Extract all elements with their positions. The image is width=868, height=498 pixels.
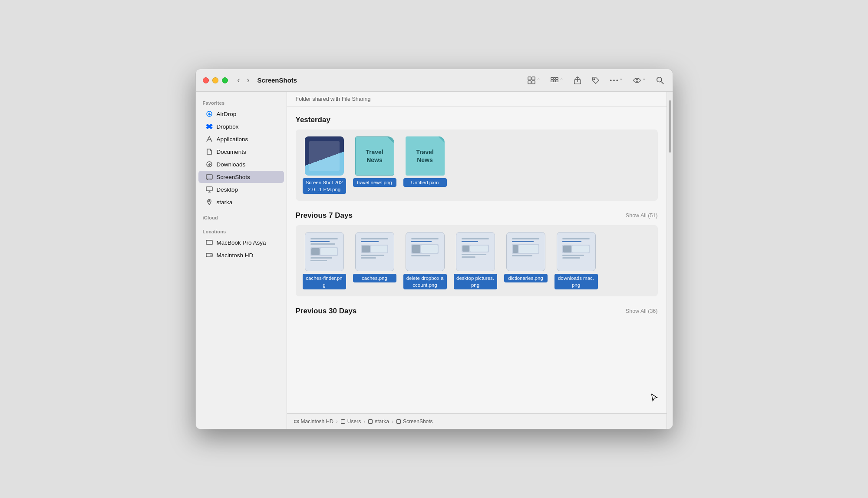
file-area-wrapper: Folder shared with File Sharing Yesterda…	[287, 92, 673, 429]
minimize-button[interactable]	[212, 77, 218, 83]
prev7-title: Previous 7 Days	[296, 211, 353, 220]
file-name-dictionaries: dictionaries.png	[504, 274, 548, 282]
titlebar: ‹ › ScreenShots ⌃	[196, 69, 673, 92]
breadcrumb-starka-icon	[368, 419, 373, 424]
scrollbar-area[interactable]	[667, 92, 673, 429]
file-thumb-screenshot1	[305, 136, 344, 176]
starka-icon	[205, 198, 213, 206]
back-button[interactable]: ‹	[235, 75, 243, 86]
more-button[interactable]: ⌃	[608, 75, 624, 86]
file-item-caches[interactable]: caches.png	[353, 232, 396, 289]
file-name-desktop-pictures: desktop pictures.png	[454, 274, 497, 289]
breadcrumb-hd-label: Macintosh HD	[301, 418, 333, 425]
desktop-label: Desktop	[217, 186, 238, 193]
breadcrumb-sep-1: ›	[336, 418, 338, 425]
breadcrumb-sep-3: ›	[392, 418, 393, 425]
file-item-travelnews1[interactable]: TravelNews travel news.png	[353, 136, 396, 194]
sidebar-item-starka[interactable]: starka	[198, 196, 284, 208]
nav-buttons: ‹ ›	[235, 75, 252, 86]
applications-label: Applications	[217, 136, 248, 143]
svg-point-28	[297, 421, 298, 422]
share-button[interactable]	[572, 75, 583, 86]
window-title: ScreenShots	[257, 76, 526, 84]
yesterday-section-header: Yesterday	[296, 116, 658, 124]
breadcrumb-starka[interactable]: starka	[368, 418, 389, 425]
more-chevron: ⌃	[619, 78, 623, 83]
airdrop-label: AirDrop	[217, 111, 237, 117]
screenshots-icon	[205, 173, 213, 181]
file-item-delete-dropbox[interactable]: delete dropbox account.png	[403, 232, 447, 289]
svg-rect-9	[556, 80, 558, 82]
search-button[interactable]	[654, 75, 666, 86]
file-name-caches-finder: caches-finder.png	[303, 274, 346, 289]
breadcrumb-bar: Macintosh HD › Users › starka	[287, 413, 667, 429]
sidebar-item-documents[interactable]: Documents	[198, 146, 284, 158]
file-item-dictionaries[interactable]: dictionaries.png	[504, 232, 548, 289]
sidebar-item-screenshots[interactable]: ScreenShots	[198, 171, 284, 183]
svg-point-26	[210, 255, 211, 256]
tag-button[interactable]	[590, 75, 601, 86]
sidebar: Favorites AirDrop Dropb	[196, 92, 287, 429]
svg-rect-4	[551, 77, 553, 79]
svg-point-12	[610, 80, 612, 81]
sidebar-item-dropbox[interactable]: Dropbox	[198, 120, 284, 133]
view-group-button[interactable]: ⌃	[549, 75, 565, 86]
prev30-title: Previous 30 Days	[296, 307, 357, 315]
yesterday-title: Yesterday	[296, 116, 330, 124]
svg-point-16	[657, 77, 661, 82]
file-item-travelnews2[interactable]: TravelNews Untitled.pxm	[403, 136, 447, 194]
sidebar-item-airdrop[interactable]: AirDrop	[198, 108, 284, 120]
breadcrumb-hd-icon	[294, 419, 299, 424]
traffic-lights	[203, 77, 228, 83]
main-content: Favorites AirDrop Dropb	[196, 92, 673, 429]
file-area: Folder shared with File Sharing Yesterda…	[287, 92, 667, 429]
breadcrumb-screenshots-label: ScreenShots	[403, 418, 433, 425]
svg-line-17	[661, 81, 663, 83]
svg-rect-7	[551, 80, 553, 82]
scrollbar-thumb[interactable]	[669, 100, 671, 153]
file-thumb-desktop-pictures	[456, 232, 495, 271]
sidebar-item-downloads[interactable]: Downloads	[198, 158, 284, 170]
file-item-screenshot1[interactable]: Screen Shot 2022-0...1 PM.png	[303, 136, 346, 194]
screenshots-label: ScreenShots	[217, 174, 250, 180]
file-thumb-caches-finder	[305, 232, 344, 271]
close-button[interactable]	[203, 77, 209, 83]
svg-point-19	[208, 114, 210, 116]
note-text-travelnews1: TravelNews	[366, 148, 383, 164]
macbook-label: MacBook Pro Asya	[217, 239, 266, 246]
downloads-label: Downloads	[217, 161, 246, 168]
sidebar-item-applications[interactable]: Applications	[198, 133, 284, 145]
macbook-icon	[205, 239, 213, 246]
eye-button[interactable]: ⌃	[631, 75, 647, 86]
maximize-button[interactable]	[222, 77, 228, 83]
view-group-chevron: ⌃	[560, 78, 563, 83]
svg-point-23	[208, 201, 210, 202]
svg-rect-5	[553, 77, 555, 79]
sidebar-item-macbook[interactable]: MacBook Pro Asya	[198, 236, 284, 249]
prev7-section-header: Previous 7 Days Show All (51)	[296, 211, 658, 220]
file-thumb-dictionaries	[506, 232, 545, 271]
yesterday-grid: Screen Shot 2022-0...1 PM.png TravelNews…	[296, 129, 658, 201]
breadcrumb-users[interactable]: Users	[340, 418, 361, 425]
desktop-icon	[205, 186, 213, 193]
view-icon-grid-button[interactable]: ⌃	[526, 75, 542, 86]
breadcrumb-starka-label: starka	[375, 418, 389, 425]
file-item-caches-finder[interactable]: caches-finder.png	[303, 232, 346, 289]
eye-chevron: ⌃	[642, 78, 646, 83]
breadcrumb-hd[interactable]: Macintosh HD	[294, 418, 333, 425]
prev7-show-all-button[interactable]: Show All (51)	[626, 212, 658, 219]
prev30-show-all-button[interactable]: Show All (36)	[626, 308, 658, 314]
sidebar-item-hd[interactable]: Macintosh HD	[198, 249, 284, 261]
svg-rect-30	[369, 419, 373, 423]
forward-button[interactable]: ›	[244, 75, 252, 86]
svg-rect-6	[556, 77, 558, 79]
sidebar-item-desktop[interactable]: Desktop	[198, 183, 284, 196]
documents-label: Documents	[217, 149, 246, 155]
file-item-downloads-mac[interactable]: downloads mac.png	[554, 232, 598, 289]
svg-point-13	[613, 80, 615, 81]
svg-rect-3	[532, 81, 535, 84]
breadcrumb-screenshots[interactable]: ScreenShots	[396, 418, 433, 425]
file-item-desktop-pictures[interactable]: desktop pictures.png	[454, 232, 497, 289]
dropbox-icon	[205, 123, 213, 130]
breadcrumb-screenshots-icon	[396, 419, 401, 424]
